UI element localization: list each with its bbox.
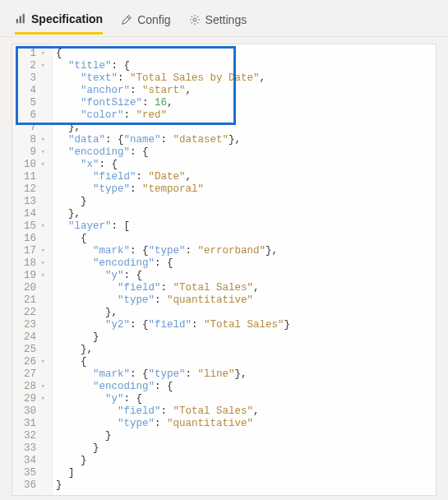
- code-editor[interactable]: 1▾2▾345678▾9▾10▾1112131415▾1617▾18▾19▾20…: [12, 44, 436, 496]
- code-line[interactable]: "y2": {"field": "Total Sales"}: [56, 319, 436, 331]
- tab-label: Settings: [206, 13, 247, 26]
- code-line[interactable]: }: [56, 331, 436, 344]
- bar-chart-icon: [15, 13, 26, 25]
- line-number: 8▾: [17, 134, 45, 146]
- line-number: 21: [17, 294, 45, 307]
- line-number: 33: [17, 442, 45, 455]
- code-line[interactable]: "encoding": {: [56, 257, 436, 270]
- line-number: 11: [17, 171, 45, 183]
- code-line[interactable]: {: [56, 233, 436, 245]
- line-gutter: 1▾2▾345678▾9▾10▾1112131415▾1617▾18▾19▾20…: [12, 44, 53, 495]
- tab-label: Config: [137, 13, 170, 26]
- line-number: 28▾: [17, 381, 45, 393]
- code-line[interactable]: "type": "temporal": [56, 183, 436, 196]
- code-line[interactable]: "type": "quantitative": [56, 418, 436, 430]
- line-number: 7: [17, 122, 45, 134]
- code-line[interactable]: "field": "Date",: [56, 171, 436, 183]
- svg-rect-2: [23, 13, 25, 22]
- line-number: 22: [17, 307, 45, 319]
- code-line[interactable]: "field": "Total Sales",: [56, 405, 436, 418]
- code-line[interactable]: }: [56, 442, 436, 455]
- line-number: 35: [17, 467, 45, 479]
- line-number: 15▾: [17, 220, 45, 233]
- code-line[interactable]: }: [56, 196, 436, 208]
- code-line[interactable]: "title": {: [56, 60, 436, 72]
- line-number: 14: [17, 208, 45, 220]
- code-line[interactable]: "mark": {"type": "line"},: [56, 368, 436, 381]
- line-number: 16: [17, 233, 45, 245]
- wrench-icon: [121, 14, 132, 25]
- tab-label: Specification: [31, 12, 103, 25]
- line-number: 4: [17, 85, 45, 97]
- code-area[interactable]: { "title": { "text": "Total Sales by Dat…: [53, 44, 436, 495]
- line-number: 36: [17, 479, 45, 492]
- code-line[interactable]: "color": "red": [56, 109, 436, 122]
- line-number: 27: [17, 368, 45, 381]
- line-number: 18▾: [17, 257, 45, 270]
- code-line[interactable]: "layer": [: [56, 220, 436, 233]
- line-number: 31: [17, 418, 45, 430]
- tab-settings[interactable]: Settings: [189, 10, 247, 33]
- code-line[interactable]: "x": {: [56, 159, 436, 171]
- code-line[interactable]: }: [56, 455, 436, 467]
- code-line[interactable]: "fontSize": 16,: [56, 97, 436, 109]
- code-line[interactable]: }: [56, 430, 436, 442]
- line-number: 23: [17, 319, 45, 331]
- line-number: 12: [17, 183, 45, 196]
- svg-rect-0: [16, 19, 18, 23]
- tab-specification[interactable]: Specification: [15, 9, 103, 35]
- line-number: 2▾: [17, 60, 45, 72]
- line-number: 10▾: [17, 159, 45, 171]
- line-number: 5: [17, 97, 45, 109]
- gear-icon: [189, 14, 201, 25]
- line-number: 13: [17, 196, 45, 208]
- code-line[interactable]: },: [56, 208, 436, 220]
- code-line[interactable]: },: [56, 307, 436, 319]
- code-line[interactable]: {: [56, 356, 436, 368]
- code-line[interactable]: },: [56, 122, 436, 134]
- code-line[interactable]: ]: [56, 467, 436, 479]
- line-number: 20: [17, 282, 45, 294]
- code-line[interactable]: "anchor": "start",: [56, 85, 436, 97]
- code-line[interactable]: "data": {"name": "dataset"},: [56, 134, 436, 146]
- line-number: 6: [17, 109, 45, 122]
- svg-rect-1: [20, 16, 21, 23]
- tab-config[interactable]: Config: [121, 10, 170, 33]
- line-number: 26▾: [17, 356, 45, 368]
- tabs-bar: Specification Config Settings: [0, 0, 448, 37]
- code-line[interactable]: "type": "quantitative": [56, 294, 436, 307]
- line-number: 30: [17, 405, 45, 418]
- line-number: 1▾: [17, 48, 45, 60]
- code-line[interactable]: "encoding": {: [56, 381, 436, 393]
- line-number: 25: [17, 344, 45, 356]
- code-line[interactable]: {: [56, 48, 436, 60]
- code-line[interactable]: "field": "Total Sales",: [56, 282, 436, 294]
- line-number: 19▾: [17, 270, 45, 282]
- line-number: 29▾: [17, 393, 45, 405]
- line-number: 32: [17, 430, 45, 442]
- line-number: 9▾: [17, 146, 45, 159]
- line-number: 17▾: [17, 245, 45, 257]
- line-number: 3: [17, 72, 45, 85]
- code-line[interactable]: "mark": {"type": "errorband"},: [56, 245, 436, 257]
- svg-point-3: [193, 18, 196, 21]
- code-line[interactable]: "text": "Total Sales by Date",: [56, 72, 436, 85]
- line-number: 34: [17, 455, 45, 467]
- code-line[interactable]: "y": {: [56, 270, 436, 282]
- line-number: 24: [17, 331, 45, 344]
- code-line[interactable]: }: [56, 479, 436, 492]
- code-line[interactable]: "encoding": {: [56, 146, 436, 159]
- code-line[interactable]: },: [56, 344, 436, 356]
- code-line[interactable]: "y": {: [56, 393, 436, 405]
